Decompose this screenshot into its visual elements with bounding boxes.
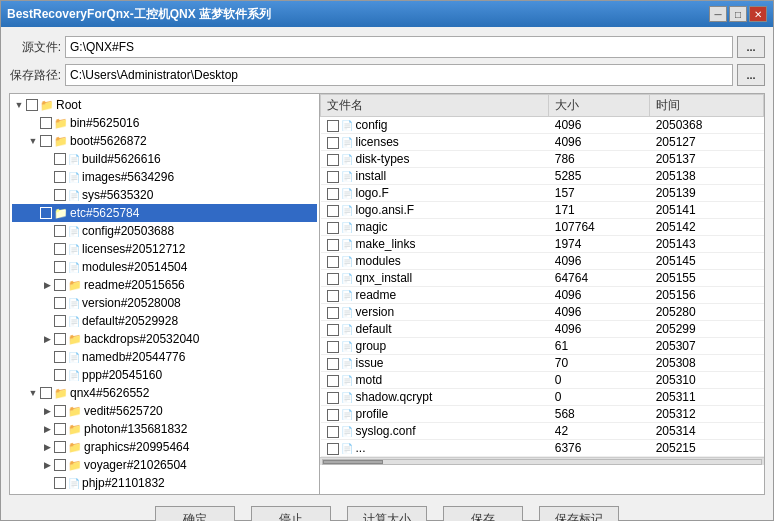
table-row[interactable]: 📄logo.F157205139 — [321, 185, 764, 202]
file-checkbox[interactable] — [327, 205, 339, 217]
tree-toggle-icon[interactable] — [40, 152, 54, 166]
tree-item[interactable]: 📁etc#5625784 — [12, 204, 317, 222]
file-checkbox[interactable] — [327, 358, 339, 370]
tree-checkbox[interactable] — [40, 207, 52, 219]
file-checkbox[interactable] — [327, 273, 339, 285]
file-checkbox[interactable] — [327, 154, 339, 166]
tree-item[interactable]: ▼📁Root — [12, 96, 317, 114]
stop-button[interactable]: 停止 — [251, 506, 331, 521]
tree-checkbox[interactable] — [54, 189, 66, 201]
file-checkbox[interactable] — [327, 375, 339, 387]
tree-item[interactable]: ▶📁readme#20515656 — [12, 276, 317, 294]
file-checkbox[interactable] — [327, 307, 339, 319]
tree-item[interactable]: 📄version#20528008 — [12, 294, 317, 312]
file-checkbox[interactable] — [327, 443, 339, 455]
tree-toggle-icon[interactable]: ▶ — [40, 278, 54, 292]
file-checkbox[interactable] — [327, 324, 339, 336]
table-row[interactable]: 📄motd0205310 — [321, 372, 764, 389]
file-checkbox[interactable] — [327, 188, 339, 200]
table-row[interactable]: 📄magic107764205142 — [321, 219, 764, 236]
col-size[interactable]: 大小 — [549, 95, 650, 117]
tree-item[interactable]: 📄config#20503688 — [12, 222, 317, 240]
save-button[interactable]: 保存 — [443, 506, 523, 521]
tree-checkbox[interactable] — [54, 243, 66, 255]
tree-checkbox[interactable] — [54, 153, 66, 165]
col-name[interactable]: 文件名 — [321, 95, 549, 117]
minimize-button[interactable]: ─ — [709, 6, 727, 22]
file-checkbox[interactable] — [327, 341, 339, 353]
table-row[interactable]: 📄modules4096205145 — [321, 253, 764, 270]
table-row[interactable]: 📄issue70205308 — [321, 355, 764, 372]
tree-toggle-icon[interactable]: ▶ — [40, 422, 54, 436]
tree-checkbox[interactable] — [54, 279, 66, 291]
scrollbar-thumb[interactable] — [323, 460, 383, 464]
tree-item[interactable]: ▶📁vedit#5625720 — [12, 402, 317, 420]
tree-checkbox[interactable] — [40, 117, 52, 129]
tree-toggle-icon[interactable] — [40, 368, 54, 382]
table-row[interactable]: 📄config40962050368 — [321, 117, 764, 134]
tree-item[interactable]: 📄namedb#20544776 — [12, 348, 317, 366]
tree-toggle-icon[interactable] — [26, 206, 40, 220]
source-input[interactable] — [65, 36, 733, 58]
file-checkbox[interactable] — [327, 256, 339, 268]
table-row[interactable]: 📄make_links1974205143 — [321, 236, 764, 253]
tree-item[interactable]: 📄phjp#21101832 — [12, 474, 317, 492]
tree-checkbox[interactable] — [54, 297, 66, 309]
source-browse-button[interactable]: ... — [737, 36, 765, 58]
save-browse-button[interactable]: ... — [737, 64, 765, 86]
tree-checkbox[interactable] — [54, 369, 66, 381]
tree-toggle-icon[interactable] — [40, 260, 54, 274]
tree-item[interactable]: 📄sys#5635320 — [12, 186, 317, 204]
tree-checkbox[interactable] — [54, 459, 66, 471]
file-checkbox[interactable] — [327, 290, 339, 302]
save-mark-button[interactable]: 保存标记 — [539, 506, 619, 521]
tree-checkbox[interactable] — [26, 99, 38, 111]
tree-toggle-icon[interactable]: ▼ — [26, 134, 40, 148]
tree-toggle-icon[interactable] — [40, 224, 54, 238]
table-row[interactable]: 📄group61205307 — [321, 338, 764, 355]
file-checkbox[interactable] — [327, 137, 339, 149]
tree-toggle-icon[interactable]: ▼ — [26, 386, 40, 400]
tree-checkbox[interactable] — [54, 351, 66, 363]
horizontal-scrollbar[interactable] — [322, 459, 762, 465]
table-row[interactable]: 📄...6376205215 — [321, 440, 764, 457]
tree-toggle-icon[interactable] — [26, 116, 40, 130]
tree-item[interactable]: 📄images#5634296 — [12, 168, 317, 186]
tree-toggle-icon[interactable] — [40, 296, 54, 310]
file-checkbox[interactable] — [327, 239, 339, 251]
col-time[interactable]: 时间 — [650, 95, 764, 117]
tree-toggle-icon[interactable] — [40, 188, 54, 202]
tree-checkbox[interactable] — [54, 477, 66, 489]
tree-toggle-icon[interactable] — [40, 476, 54, 490]
tree-checkbox[interactable] — [54, 423, 66, 435]
tree-item[interactable]: ▼📁boot#5626872 — [12, 132, 317, 150]
table-row[interactable]: 📄profile568205312 — [321, 406, 764, 423]
tree-item[interactable]: ▶📁graphics#20995464 — [12, 438, 317, 456]
tree-checkbox[interactable] — [54, 333, 66, 345]
maximize-button[interactable]: □ — [729, 6, 747, 22]
table-row[interactable]: 📄disk-types786205137 — [321, 151, 764, 168]
tree-checkbox[interactable] — [54, 261, 66, 273]
table-row[interactable]: 📄shadow.qcrypt0205311 — [321, 389, 764, 406]
tree-item[interactable]: 📁bin#5625016 — [12, 114, 317, 132]
file-checkbox[interactable] — [327, 409, 339, 421]
table-row[interactable]: 📄default4096205299 — [321, 321, 764, 338]
table-row[interactable]: 📄readme4096205156 — [321, 287, 764, 304]
tree-item[interactable]: ▼📁qnx4#5626552 — [12, 384, 317, 402]
tree-toggle-icon[interactable] — [40, 314, 54, 328]
close-button[interactable]: ✕ — [749, 6, 767, 22]
tree-toggle-icon[interactable] — [40, 350, 54, 364]
tree-toggle-icon[interactable]: ▶ — [40, 332, 54, 346]
file-checkbox[interactable] — [327, 171, 339, 183]
tree-toggle-icon[interactable] — [40, 170, 54, 184]
tree-checkbox[interactable] — [40, 387, 52, 399]
tree-item[interactable]: ▶📁photon#135681832 — [12, 420, 317, 438]
table-row[interactable]: 📄qnx_install64764205155 — [321, 270, 764, 287]
table-row[interactable]: 📄install5285205138 — [321, 168, 764, 185]
tree-item[interactable]: 📄modules#20514504 — [12, 258, 317, 276]
tree-panel[interactable]: ▼📁Root📁bin#5625016▼📁boot#5626872📄build#5… — [10, 94, 320, 494]
tree-checkbox[interactable] — [54, 315, 66, 327]
tree-checkbox[interactable] — [40, 135, 52, 147]
tree-toggle-icon[interactable]: ▼ — [12, 98, 26, 112]
table-row[interactable]: 📄version4096205280 — [321, 304, 764, 321]
